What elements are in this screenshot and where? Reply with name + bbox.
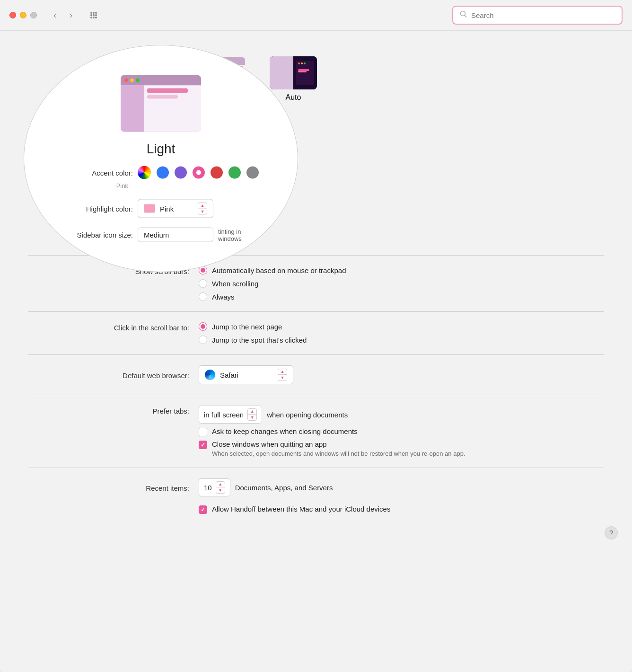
appearance-section: Appearance: xyxy=(0,45,632,123)
sidebar-size-dropdown[interactable]: Medium xyxy=(138,228,213,242)
svg-point-1 xyxy=(93,12,95,14)
svg-point-5 xyxy=(95,14,97,16)
ask-changes-item[interactable]: Ask to keep changes when closing documen… xyxy=(199,427,604,436)
svg-point-6 xyxy=(90,17,92,18)
circle-theme-label: Light xyxy=(147,141,176,157)
recent-items-suffix: Documents, Apps, and Servers xyxy=(235,484,333,492)
click-scroll-label: Click in the scroll bar to: xyxy=(28,322,189,332)
tabs-stepper-up[interactable]: ▲ xyxy=(248,409,256,415)
scroll-auto-option[interactable]: Automatically based on mouse or trackpad xyxy=(199,266,604,274)
divider-4 xyxy=(28,395,604,395)
sidebar-size-value: Medium xyxy=(144,231,207,239)
stepper-down[interactable]: ▼ xyxy=(198,209,207,214)
scroll-scrolling-radio[interactable] xyxy=(199,279,207,288)
close-button[interactable] xyxy=(9,12,16,18)
click-next-label: Jump to the next page xyxy=(212,323,282,331)
magnify-circle: Light Accent color: xyxy=(24,45,298,272)
forward-button[interactable]: › xyxy=(64,9,78,22)
click-next-option[interactable]: Jump to the next page xyxy=(199,322,604,331)
prefer-tabs-row: Prefer tabs: in full screen ▲ ▼ when ope… xyxy=(0,399,632,464)
stepper-up[interactable]: ▲ xyxy=(198,203,207,209)
tabs-value-dropdown[interactable]: in full screen ▲ ▼ xyxy=(199,406,262,424)
click-spot-label: Jump to the spot that's clicked xyxy=(212,336,307,344)
recent-items-label: Recent items: xyxy=(28,483,189,492)
traffic-lights xyxy=(9,12,37,18)
click-spot-option[interactable]: Jump to the spot that's clicked xyxy=(199,336,604,344)
circle-theme-preview xyxy=(121,75,201,132)
back-button[interactable]: ‹ xyxy=(48,9,61,22)
prefer-tabs-label: Prefer tabs: xyxy=(28,406,189,415)
click-spot-radio[interactable] xyxy=(199,336,207,344)
accent-graphite[interactable] xyxy=(246,167,259,179)
handoff-label: Allow Handoff between this Mac and your … xyxy=(212,505,390,513)
accent-pink[interactable] xyxy=(193,167,205,179)
recent-items-controls: 10 ▲ ▼ Documents, Apps, and Servers xyxy=(199,478,333,496)
click-next-radio[interactable] xyxy=(199,322,207,331)
divider-5 xyxy=(28,468,604,468)
browser-dropdown[interactable]: Safari ▲ ▼ xyxy=(199,365,293,384)
content-area: Appearance: xyxy=(0,31,632,549)
close-windows-label: Close windows when quitting an app xyxy=(212,440,465,448)
scroll-scrolling-label: When scrolling xyxy=(212,280,258,288)
svg-point-4 xyxy=(93,14,95,16)
browser-value: Safari xyxy=(220,371,273,379)
highlight-label: Highlight color: xyxy=(57,204,133,212)
browser-stepper-up[interactable]: ▲ xyxy=(278,369,287,375)
scroll-always-option[interactable]: Always xyxy=(199,292,604,301)
settings-window: ‹ › xyxy=(0,0,632,672)
search-box[interactable] xyxy=(452,6,623,25)
highlight-swatch xyxy=(144,204,155,213)
grid-button[interactable] xyxy=(87,9,100,22)
svg-line-10 xyxy=(465,16,467,18)
svg-point-0 xyxy=(90,12,92,14)
scroll-always-radio[interactable] xyxy=(199,292,207,301)
scroll-scrolling-option[interactable]: When scrolling xyxy=(199,279,604,288)
accent-green[interactable] xyxy=(228,167,241,179)
highlight-value: Pink xyxy=(160,204,193,212)
close-windows-sublabel: When selected, open documents and window… xyxy=(212,450,465,457)
tabs-select-row: in full screen ▲ ▼ when opening document… xyxy=(199,406,604,424)
browser-stepper-down[interactable]: ▼ xyxy=(278,375,287,380)
click-scroll-options: Jump to the next page Jump to the spot t… xyxy=(199,322,604,344)
maximize-button[interactable] xyxy=(30,12,37,18)
titlebar: ‹ › xyxy=(0,0,632,31)
divider-3 xyxy=(28,354,604,355)
accent-multicolor[interactable] xyxy=(138,166,151,179)
recent-items-dropdown[interactable]: 10 ▲ ▼ xyxy=(199,478,230,496)
divider-2 xyxy=(28,311,604,312)
browser-stepper[interactable]: ▲ ▼ xyxy=(278,369,287,381)
scroll-always-label: Always xyxy=(212,293,235,301)
handoff-item[interactable]: Allow Handoff between this Mac and your … xyxy=(199,505,390,514)
highlight-stepper[interactable]: ▲ ▼ xyxy=(198,203,207,215)
accent-color-options xyxy=(138,166,259,179)
tabs-suffix: when opening documents xyxy=(267,411,348,419)
browser-row: Default web browser: Safari ▲ ▼ xyxy=(0,359,632,391)
handoff-row: Allow Handoff between this Mac and your … xyxy=(0,503,632,521)
highlight-dropdown[interactable]: Pink ▲ ▼ xyxy=(138,199,213,218)
handoff-spacer xyxy=(28,505,189,506)
close-windows-checkbox[interactable] xyxy=(199,441,207,449)
svg-point-7 xyxy=(93,17,95,18)
accent-label: Accent color: xyxy=(57,168,133,177)
close-windows-item[interactable]: Close windows when quitting an app When … xyxy=(199,440,604,457)
recent-items-up[interactable]: ▲ xyxy=(216,482,225,487)
accent-purple[interactable] xyxy=(175,167,187,179)
recent-items-row: Recent items: 10 ▲ ▼ Documents, Apps, an… xyxy=(0,472,632,503)
ask-changes-checkbox[interactable] xyxy=(199,428,207,436)
tabs-stepper[interactable]: ▲ ▼ xyxy=(247,408,257,421)
svg-point-3 xyxy=(90,14,92,16)
handoff-checkbox[interactable] xyxy=(199,505,207,514)
minimize-button[interactable] xyxy=(20,12,26,18)
recent-items-down[interactable]: ▼ xyxy=(216,487,225,493)
svg-point-8 xyxy=(95,17,97,18)
help-button[interactable]: ? xyxy=(605,526,618,539)
scroll-auto-label: Automatically based on mouse or trackpad xyxy=(212,266,346,274)
accent-blue[interactable] xyxy=(157,167,169,179)
prefer-tabs-controls: in full screen ▲ ▼ when opening document… xyxy=(199,406,604,457)
search-input[interactable] xyxy=(471,11,615,19)
accent-red[interactable] xyxy=(211,167,223,179)
recent-items-value: 10 xyxy=(204,484,212,492)
tabs-stepper-down[interactable]: ▼ xyxy=(248,415,256,420)
tinting-label: tinting in windows xyxy=(218,228,264,242)
recent-items-stepper[interactable]: ▲ ▼ xyxy=(216,481,225,494)
